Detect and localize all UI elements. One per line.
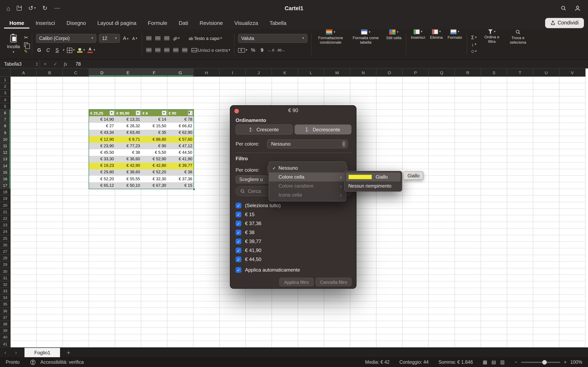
row-header-28[interactable]: 28 [0, 255, 11, 261]
delete-cells-button[interactable]: ▾ Elimina [429, 29, 443, 59]
checkbox-checked-icon[interactable]: ✓ [236, 212, 241, 217]
table-cell[interactable]: € 62,90 [167, 129, 194, 136]
table-cell[interactable]: € 38 [115, 149, 141, 156]
menu-item-colore-cella[interactable]: Colore cella› [269, 173, 346, 182]
row-header-41[interactable]: 41 [0, 341, 11, 347]
row-header-29[interactable]: 29 [0, 262, 11, 268]
zoom-level[interactable]: 100% [570, 360, 582, 365]
ribbon-tab-tabella[interactable]: Tabella [264, 17, 292, 28]
column-header-P[interactable]: P [403, 68, 429, 77]
menu-item-nessuno[interactable]: ✓Nessuno [269, 164, 346, 173]
table-cell[interactable]: € 52,90 [141, 156, 167, 162]
paste-button[interactable]: Incolla ▾ [5, 34, 22, 55]
row-header-33[interactable]: 33 [0, 288, 11, 294]
filter-button[interactable]: ▾ [135, 110, 140, 115]
checkbox-checked-icon[interactable]: ✓ [236, 257, 241, 262]
table-cell[interactable]: € 19,23 [89, 162, 115, 169]
increase-decimal-button[interactable]: ←.0 [268, 46, 274, 55]
row-header-8[interactable]: 8 [0, 123, 11, 129]
table-cell[interactable]: € 45,50 [89, 149, 115, 156]
ribbon-tab-dati[interactable]: Dati [173, 17, 193, 28]
color-option-yellow[interactable]: Giallo [346, 173, 401, 182]
table-cell[interactable]: € 44,50 [167, 149, 194, 156]
fill-color-button[interactable]: ▾ [77, 46, 85, 55]
filter-button[interactable]: ↓ [188, 110, 192, 115]
sort-descending-button[interactable]: ZA↓ Decrescente [294, 124, 352, 134]
filter-list-item[interactable]: ✓€ 44,50 [236, 255, 281, 264]
clear-button[interactable]: ◇▾ [471, 48, 477, 54]
row-header-19[interactable]: 19 [0, 196, 11, 202]
row-header-27[interactable]: 27 [0, 248, 11, 255]
menu-item-icona-cella[interactable]: Icona cella› [269, 191, 346, 200]
table-header-cell[interactable]: € 25,25▾ [89, 110, 115, 116]
menu-item-colore-carattere[interactable]: Colore carattere› [269, 182, 346, 191]
next-sheet-icon[interactable]: › [11, 350, 21, 356]
font-color-button[interactable]: A▾ [87, 46, 95, 55]
underline-button[interactable]: S [54, 46, 61, 55]
table-cell[interactable]: € 37,36 [167, 176, 194, 182]
table-cell[interactable]: € 88,80 [141, 136, 167, 143]
accessibility-icon[interactable] [30, 359, 35, 365]
filter-list-item[interactable]: ✓(Seleziona tutto) [236, 201, 281, 210]
decrease-decimal-button[interactable]: .00→ [277, 46, 285, 55]
row-header-3[interactable]: 3 [0, 90, 11, 96]
column-header-U[interactable]: U [533, 68, 559, 77]
sort-by-color-dropdown[interactable]: Nessuno ▴▾ [267, 140, 348, 149]
table-cell[interactable]: € 52,20 [89, 176, 115, 182]
checkbox-checked-icon[interactable]: ✓ [236, 230, 241, 235]
table-cell[interactable]: € 50,10 [115, 182, 141, 189]
column-header-K[interactable]: K [272, 68, 298, 77]
column-header-E[interactable]: E [115, 68, 141, 77]
more-commands-icon[interactable]: ⋯ [54, 4, 60, 12]
table-cell[interactable]: € 43,34 [89, 129, 115, 136]
zoom-out-icon[interactable]: − [515, 360, 517, 365]
ribbon-tab-home[interactable]: Home [4, 17, 29, 28]
row-header-24[interactable]: 24 [0, 229, 11, 235]
ribbon-tab-revisione[interactable]: Revisione [194, 17, 228, 28]
row-header-22[interactable]: 22 [0, 215, 11, 222]
filter-list-item[interactable]: ✓€ 37,36 [236, 219, 281, 228]
table-cell[interactable]: € 67,30 [141, 182, 167, 189]
ribbon-tab-disegno[interactable]: Disegno [61, 17, 91, 28]
decrease-indent-button[interactable] [173, 46, 179, 55]
column-header-O[interactable]: O [376, 68, 403, 77]
zoom-in-icon[interactable]: + [564, 360, 567, 365]
column-header-F[interactable]: F [141, 68, 167, 77]
filter-list-item[interactable]: ✓€ 15 [236, 210, 281, 219]
ribbon-tab-visualizza[interactable]: Visualizza [229, 17, 264, 28]
row-header-2[interactable]: 2 [0, 83, 11, 90]
table-cell[interactable]: € 33,30 [89, 156, 115, 162]
sort-ascending-button[interactable]: AZ↓ Crescente [236, 124, 293, 134]
table-cell[interactable]: € 14,90 [89, 116, 115, 123]
page-break-view-icon[interactable]: ▥ [500, 359, 505, 365]
find-select-button[interactable]: Trova e seleziona [507, 29, 529, 59]
align-middle-button[interactable] [155, 34, 161, 43]
table-cell[interactable]: € 47,12 [167, 143, 194, 149]
insert-function-icon[interactable]: fx [61, 61, 71, 66]
row-header-23[interactable]: 23 [0, 222, 11, 228]
column-header-L[interactable]: L [298, 68, 324, 77]
copy-icon[interactable] [24, 42, 28, 47]
row-header-16[interactable]: 16 [0, 176, 11, 182]
comma-format-button[interactable]: 9 [259, 46, 265, 55]
wrap-text-button[interactable]: ab Testo a capo ▾ [189, 34, 222, 43]
align-left-button[interactable] [146, 46, 152, 55]
row-header-5[interactable]: 5 [0, 103, 11, 110]
column-header-M[interactable]: M [324, 68, 350, 77]
column-header-S[interactable]: S [481, 68, 507, 77]
percent-format-button[interactable]: % [250, 46, 256, 55]
column-header-H[interactable]: H [194, 68, 220, 77]
autosum-button[interactable]: Σ▾ [471, 34, 477, 40]
apply-filter-button[interactable]: Applica filtro [279, 278, 314, 286]
auto-apply-row[interactable]: ✓ Applica automaticamente [236, 267, 300, 273]
row-header-20[interactable]: 20 [0, 202, 11, 209]
column-header-C[interactable]: C [63, 68, 89, 77]
filter-button[interactable]: ▾ [162, 110, 166, 115]
row-header-4[interactable]: 4 [0, 96, 11, 103]
account-icon[interactable] [575, 5, 581, 11]
table-cell[interactable]: € 42,90 [115, 162, 141, 169]
table-cell[interactable]: € 42,80 [141, 162, 167, 169]
orientation-button[interactable]: ab▾ [173, 34, 180, 43]
table-cell[interactable]: € 38,60 [115, 169, 141, 175]
ribbon-tab-layout-di-pagina[interactable]: Layout di pagina [92, 17, 142, 28]
